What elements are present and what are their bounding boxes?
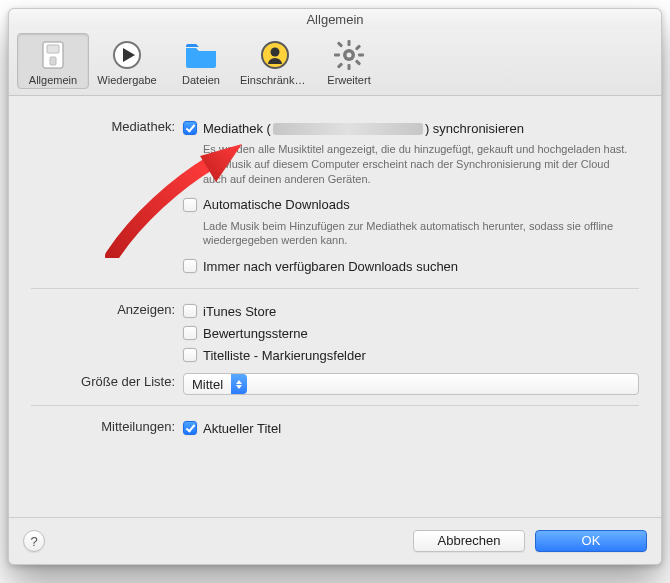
tab-label-playback: Wiedergabe bbox=[97, 74, 156, 86]
checkbox-sync-library-label: Mediathek () synchronisieren bbox=[203, 121, 524, 136]
svg-rect-1 bbox=[47, 45, 59, 53]
window-title: Allgemein bbox=[306, 12, 363, 27]
checkbox-check-downloads-label: Immer nach verfügbaren Downloads suchen bbox=[203, 259, 458, 274]
play-icon bbox=[110, 38, 144, 72]
popup-listsize[interactable]: Mittel bbox=[183, 373, 639, 395]
checkbox-show-0-input[interactable] bbox=[183, 304, 197, 318]
tab-label-general: Allgemein bbox=[29, 74, 77, 86]
checkbox-check-downloads[interactable]: Immer nach verfügbaren Downloads suchen bbox=[183, 256, 639, 276]
tab-advanced[interactable]: Erweitert bbox=[313, 33, 385, 89]
content-notifications: Aktueller Titel bbox=[183, 418, 639, 440]
toolbar: AllgemeinWiedergabeDateienEinschränkunge… bbox=[9, 29, 661, 96]
tab-label-advanced: Erweitert bbox=[327, 74, 370, 86]
footer: ? Abbrechen OK bbox=[9, 517, 661, 564]
restrictions-icon bbox=[258, 38, 292, 72]
svg-point-16 bbox=[347, 53, 352, 58]
row-show: Anzeigen: iTunes StoreBewertungssterneTi… bbox=[31, 301, 639, 367]
sync-library-desc: Es werden alle Musiktitel angezeigt, die… bbox=[183, 142, 639, 187]
svg-rect-13 bbox=[355, 59, 361, 65]
svg-rect-15 bbox=[337, 62, 343, 68]
help-icon: ? bbox=[30, 534, 37, 549]
auto-downloads-desc: Lade Musik beim Hinzufügen zur Mediathek… bbox=[183, 219, 639, 249]
content-listsize: Mittel bbox=[183, 373, 639, 395]
tab-label-restrictions: Einschränkungen bbox=[240, 74, 310, 86]
separator-2 bbox=[31, 405, 639, 406]
checkbox-show-2-label: Titelliste - Markierungsfelder bbox=[203, 348, 366, 363]
gear-icon bbox=[332, 38, 366, 72]
label-library: Mediathek: bbox=[31, 118, 183, 134]
checkbox-show-1-label: Bewertungssterne bbox=[203, 326, 308, 341]
svg-rect-10 bbox=[334, 54, 340, 57]
checkbox-sync-library-input[interactable] bbox=[183, 121, 197, 135]
sync-suffix: ) synchronisieren bbox=[425, 121, 524, 136]
svg-rect-8 bbox=[348, 40, 351, 46]
content-library: Mediathek () synchronisieren Es werden a… bbox=[183, 118, 639, 278]
popup-stepper-icon bbox=[231, 374, 247, 394]
sync-prefix: Mediathek ( bbox=[203, 121, 271, 136]
popup-listsize-label: Mittel bbox=[184, 377, 231, 392]
cancel-button[interactable]: Abbrechen bbox=[413, 530, 525, 552]
preferences-body: Mediathek: Mediathek () synchronisieren … bbox=[9, 96, 661, 517]
svg-rect-14 bbox=[355, 44, 361, 50]
ok-button[interactable]: OK bbox=[535, 530, 647, 552]
checkbox-show-2-input[interactable] bbox=[183, 348, 197, 362]
checkbox-show-0[interactable]: iTunes Store bbox=[183, 301, 639, 321]
checkbox-auto-downloads-input[interactable] bbox=[183, 198, 197, 212]
tab-playback[interactable]: Wiedergabe bbox=[91, 33, 163, 89]
svg-rect-2 bbox=[50, 57, 56, 65]
checkbox-auto-downloads[interactable]: Automatische Downloads bbox=[183, 195, 639, 215]
checkbox-show-1-input[interactable] bbox=[183, 326, 197, 340]
separator-1 bbox=[31, 288, 639, 289]
svg-rect-11 bbox=[358, 54, 364, 57]
redacted-account bbox=[273, 123, 423, 135]
checkbox-now-playing-label: Aktueller Titel bbox=[203, 421, 281, 436]
preferences-window: Allgemein AllgemeinWiedergabeDateienEins… bbox=[8, 8, 662, 565]
label-listsize: Größe der Liste: bbox=[31, 373, 183, 389]
row-listsize: Größe der Liste: Mittel bbox=[31, 373, 639, 395]
row-library: Mediathek: Mediathek () synchronisieren … bbox=[31, 118, 639, 278]
label-notifications: Mitteilungen: bbox=[31, 418, 183, 434]
help-button[interactable]: ? bbox=[23, 530, 45, 552]
tab-restrictions[interactable]: Einschränkungen bbox=[239, 33, 311, 89]
folder-icon bbox=[184, 38, 218, 72]
checkbox-show-1[interactable]: Bewertungssterne bbox=[183, 323, 639, 343]
svg-rect-12 bbox=[337, 41, 343, 47]
content-show: iTunes StoreBewertungssterneTitelliste -… bbox=[183, 301, 639, 367]
tab-label-files: Dateien bbox=[182, 74, 220, 86]
svg-rect-9 bbox=[348, 64, 351, 70]
label-show: Anzeigen: bbox=[31, 301, 183, 317]
checkbox-sync-library[interactable]: Mediathek () synchronisieren bbox=[183, 118, 639, 138]
checkbox-show-2[interactable]: Titelliste - Markierungsfelder bbox=[183, 345, 639, 365]
switch-icon bbox=[36, 38, 70, 72]
checkbox-now-playing[interactable]: Aktueller Titel bbox=[183, 418, 639, 438]
tab-files[interactable]: Dateien bbox=[165, 33, 237, 89]
row-notifications: Mitteilungen: Aktueller Titel bbox=[31, 418, 639, 440]
svg-point-6 bbox=[271, 48, 280, 57]
checkbox-check-downloads-input[interactable] bbox=[183, 259, 197, 273]
checkbox-show-0-label: iTunes Store bbox=[203, 304, 276, 319]
titlebar: Allgemein bbox=[9, 9, 661, 29]
tab-general[interactable]: Allgemein bbox=[17, 33, 89, 89]
checkbox-now-playing-input[interactable] bbox=[183, 421, 197, 435]
checkbox-auto-downloads-label: Automatische Downloads bbox=[203, 197, 350, 212]
